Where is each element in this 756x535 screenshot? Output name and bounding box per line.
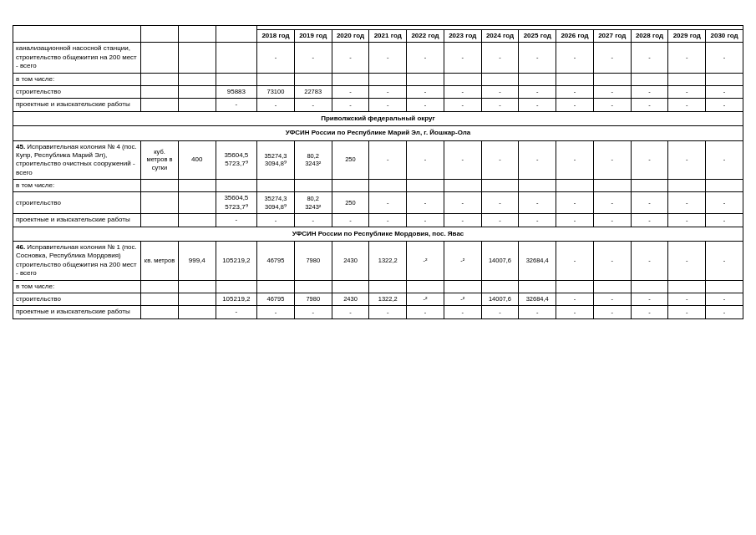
value-cell: 32684,4 xyxy=(519,242,556,281)
empty-cell xyxy=(593,73,631,85)
year-header: 2026 год xyxy=(556,30,594,43)
empty-cell xyxy=(294,180,332,192)
empty-cell xyxy=(178,180,216,192)
value-cell: - xyxy=(706,43,743,73)
year-header: 2021 год xyxy=(369,30,407,43)
value-cell: - xyxy=(257,99,295,111)
value-cell: 2430 xyxy=(332,242,369,281)
value-cell: - xyxy=(706,140,743,180)
row-label-cell: строительство xyxy=(13,192,141,214)
empty-cell xyxy=(178,306,216,318)
empty-cell xyxy=(519,180,556,192)
value-cell: - xyxy=(369,140,407,180)
total-cell: 95883 xyxy=(216,85,256,98)
value-cell: - xyxy=(556,43,594,73)
value-cell: - xyxy=(593,99,631,111)
row-label-cell: канализационной насосной станции, строит… xyxy=(13,43,141,73)
value-cell: - xyxy=(481,43,519,73)
value-cell: 80,23243² xyxy=(294,192,332,214)
value-cell: - xyxy=(706,214,743,227)
year-header: 2025 год xyxy=(519,30,556,43)
table-row: в том числе: xyxy=(13,280,743,293)
unit-cell: куб. метров в сутки xyxy=(141,140,179,180)
value-cell: - xyxy=(369,43,407,73)
table-row: проектные и изыскательские работы-------… xyxy=(13,214,743,227)
col-total-header xyxy=(216,26,256,43)
empty-cell xyxy=(257,73,295,85)
value-cell: - xyxy=(706,99,743,111)
value-cell: - xyxy=(706,85,743,98)
year-header: 2028 год xyxy=(631,30,668,43)
value-cell: - xyxy=(407,306,444,318)
value-cell: - xyxy=(556,293,594,305)
value-cell: - xyxy=(407,99,444,111)
empty-cell xyxy=(631,73,668,85)
empty-cell xyxy=(369,73,407,85)
total-cell: - xyxy=(216,306,256,318)
value-cell: - xyxy=(481,99,519,111)
empty-cell xyxy=(332,73,369,85)
value-cell: - xyxy=(257,306,295,318)
value-cell: - xyxy=(556,140,594,180)
empty-cell xyxy=(706,280,743,293)
table-row: в том числе: xyxy=(13,180,743,192)
value-cell: - xyxy=(668,43,706,73)
value-cell: 14007,6 xyxy=(481,293,519,305)
section-header-row: УФСИН России по Республике Марий Эл, г. … xyxy=(13,126,743,140)
value-cell: 1322,2 xyxy=(369,242,407,281)
value-cell: - xyxy=(668,99,706,111)
value-cell: - xyxy=(519,85,556,98)
value-cell: - xyxy=(631,43,668,73)
empty-cell xyxy=(407,280,444,293)
year-header: 2029 год xyxy=(668,30,706,43)
row-label-cell: в том числе: xyxy=(13,180,141,192)
empty-cell xyxy=(141,280,179,293)
empty-cell xyxy=(407,73,444,85)
empty-cell xyxy=(593,280,631,293)
value-cell: - xyxy=(556,85,594,98)
value-cell: - xyxy=(519,43,556,73)
value-cell: - xyxy=(668,214,706,227)
empty-cell xyxy=(178,214,216,227)
value-cell: - xyxy=(631,242,668,281)
empty-cell xyxy=(631,180,668,192)
value-cell: - xyxy=(369,85,407,98)
value-cell: - xyxy=(668,192,706,214)
value-cell: - xyxy=(294,306,332,318)
value-cell: -² xyxy=(407,242,444,281)
year-header: 2020 год xyxy=(332,30,369,43)
empty-cell xyxy=(631,280,668,293)
table-row: строительство105219,246795798024301322,2… xyxy=(13,293,743,305)
value-cell: - xyxy=(593,140,631,180)
value-cell: - xyxy=(257,43,295,73)
capacity-cell: 400 xyxy=(178,140,216,180)
value-cell: - xyxy=(332,43,369,73)
value-cell: -² xyxy=(444,293,481,305)
value-cell: - xyxy=(631,214,668,227)
value-cell: - xyxy=(369,99,407,111)
year-header: 2019 год xyxy=(294,30,332,43)
empty-cell xyxy=(444,180,481,192)
value-cell: - xyxy=(294,214,332,227)
value-cell: - xyxy=(332,214,369,227)
value-cell: 7980 xyxy=(294,293,332,305)
empty-cell xyxy=(257,280,295,293)
empty-cell xyxy=(481,73,519,85)
value-cell: - xyxy=(706,242,743,281)
value-cell: - xyxy=(631,99,668,111)
empty-cell xyxy=(141,293,179,305)
value-cell: - xyxy=(631,192,668,214)
value-cell: - xyxy=(407,43,444,73)
empty-cell xyxy=(332,180,369,192)
empty-cell xyxy=(332,280,369,293)
empty-cell xyxy=(294,280,332,293)
value-cell: - xyxy=(668,306,706,318)
value-cell: - xyxy=(519,214,556,227)
section-header-cell: УФСИН России по Республике Марий Эл, г. … xyxy=(13,126,743,140)
value-cell: 250 xyxy=(332,192,369,214)
total-cell: - xyxy=(216,214,256,227)
section-header-cell: УФСИН России по Республике Мордовия, пос… xyxy=(13,227,743,241)
empty-cell xyxy=(593,180,631,192)
value-cell: - xyxy=(444,140,481,180)
row-label-cell: строительство xyxy=(13,85,141,98)
